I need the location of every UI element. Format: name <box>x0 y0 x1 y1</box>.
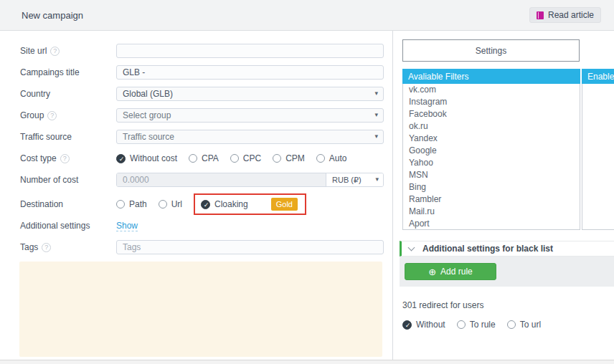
redirect-radio[interactable] <box>507 320 516 329</box>
cost-type-radio[interactable] <box>273 154 281 163</box>
cost-type-option: Without cost <box>116 153 177 163</box>
group-label-wrap: Group <box>20 110 116 120</box>
notes-placeholder-area <box>19 262 382 357</box>
filter-list-item[interactable]: MSN <box>403 169 580 181</box>
read-article-button[interactable]: Read article <box>529 7 601 23</box>
additional-settings-row: Additional settings Show <box>20 219 392 233</box>
filter-list-item[interactable]: Bing <box>403 181 580 193</box>
horizontal-scrollbar[interactable] <box>0 360 614 364</box>
filters-table: Avaliable Filters vk.com Instagram Faceb… <box>402 69 614 230</box>
traffic-source-row: Traffic source Traffic source <box>20 130 392 144</box>
site-url-input[interactable] <box>116 44 384 58</box>
plus-circle-icon <box>428 267 436 277</box>
available-filters-column: Avaliable Filters vk.com Instagram Faceb… <box>402 69 580 230</box>
cost-type-option: CPC <box>230 153 261 163</box>
cost-type-option-label: Without cost <box>130 153 177 163</box>
chevron-down-icon <box>374 133 378 140</box>
help-icon[interactable] <box>50 47 60 56</box>
redirect-option: Without <box>402 320 445 330</box>
chevron-down-icon <box>374 111 378 118</box>
tags-input[interactable] <box>116 240 384 254</box>
site-url-label-wrap: Site url <box>20 46 116 56</box>
cost-type-radio[interactable] <box>230 154 239 163</box>
filter-list-item[interactable]: Instagram <box>403 96 580 108</box>
new-campaign-page: New campaign Read article Site url Campa… <box>0 0 614 364</box>
enabled-column: Enabled <box>582 69 614 230</box>
group-select-value: Select group <box>123 110 171 120</box>
group-select[interactable]: Select group <box>116 108 384 123</box>
cloaking-highlight-box: Cloaking Gold <box>194 193 306 215</box>
destination-option-label: Path <box>129 199 147 209</box>
campaigns-title-input[interactable] <box>116 65 384 80</box>
group-label: Group <box>20 110 44 120</box>
add-rule-button[interactable]: Add rule <box>405 263 496 280</box>
currency-select-value: RUB (₽) <box>332 176 362 185</box>
redirect-radio[interactable] <box>457 320 466 329</box>
redirect-option-label: To url <box>520 320 541 330</box>
destination-option-label: Cloaking <box>214 199 248 209</box>
chevron-down-icon <box>408 244 415 252</box>
redirect-option-label: Without <box>416 320 445 330</box>
destination-option-label: Url <box>171 199 182 209</box>
cost-type-label-wrap: Cost type <box>20 153 116 163</box>
cost-type-radio[interactable] <box>189 154 197 163</box>
destination-radio-cloaking[interactable] <box>201 200 210 209</box>
cost-type-option-label: Auto <box>329 153 347 163</box>
campaigns-title-row: Campaings title <box>20 65 392 80</box>
filter-list-item[interactable]: Yahoo <box>403 157 580 169</box>
cost-type-option-label: CPM <box>285 153 305 163</box>
number-of-cost-input[interactable]: 0.0000 <box>117 173 326 186</box>
settings-panel: Settings Avaliable Filters vk.com Instag… <box>392 31 614 360</box>
redirect-title: 301 redirect for users <box>402 300 614 310</box>
filter-list-item[interactable]: Mail.ru <box>403 206 580 218</box>
country-select[interactable]: Global (GLB) <box>116 87 384 101</box>
filter-list-item[interactable]: Yandex <box>403 133 580 145</box>
redirect-option-label: To rule <box>470 320 496 330</box>
site-url-row: Site url <box>20 44 392 58</box>
redirect-option: To url <box>507 320 541 330</box>
redirect-radio[interactable] <box>402 320 412 330</box>
tags-row: Tags <box>20 240 392 254</box>
page-header: New campaign Read article <box>0 0 614 31</box>
filter-list-item[interactable]: Google <box>403 145 580 157</box>
filter-list-item[interactable]: Facebook <box>403 108 580 120</box>
show-link[interactable]: Show <box>116 221 138 231</box>
destination-options: Path Url Cloaking Gold <box>116 193 384 215</box>
help-icon[interactable] <box>42 243 51 252</box>
cost-type-radio[interactable] <box>116 154 126 163</box>
number-of-cost-group: 0.0000 RUB (₽) <box>116 173 384 187</box>
help-icon[interactable] <box>47 111 57 120</box>
help-icon[interactable] <box>60 154 70 163</box>
redirect-options: Without To rule To url <box>402 320 614 330</box>
cost-type-option: Auto <box>316 153 347 163</box>
filter-list-item[interactable]: Aport <box>403 218 580 230</box>
traffic-source-select-value: Traffic source <box>123 132 174 142</box>
filter-list-item[interactable]: Rambler <box>403 193 580 206</box>
enabled-header: Enabled <box>582 69 614 84</box>
destination-radio-url[interactable] <box>159 200 167 209</box>
group-row: Group Select group <box>20 108 392 123</box>
book-icon <box>537 11 544 19</box>
black-list-settings-toggle[interactable]: Additional settings for black list <box>400 241 614 257</box>
available-filters-header: Avaliable Filters <box>402 69 580 84</box>
add-rule-label: Add rule <box>440 267 473 277</box>
filter-list-item[interactable]: ok.ru <box>403 120 580 133</box>
destination-radio-path[interactable] <box>116 200 125 209</box>
cost-type-options: Without cost CPA CPC CPM <box>116 153 384 163</box>
cost-type-label: Cost type <box>20 153 57 163</box>
cost-type-option-label: CPC <box>243 153 261 163</box>
filter-list-item[interactable]: vk.com <box>403 84 580 96</box>
chevron-down-icon <box>375 176 379 183</box>
page-title: New campaign <box>22 10 83 21</box>
destination-option-path: Path <box>116 199 147 209</box>
tags-label-wrap: Tags <box>20 242 116 252</box>
traffic-source-select[interactable]: Traffic source <box>116 130 384 144</box>
cost-type-row: Cost type Without cost CPA <box>20 151 392 166</box>
cost-type-radio[interactable] <box>316 154 325 163</box>
currency-select[interactable]: RUB (₽) <box>326 173 383 186</box>
site-url-label: Site url <box>20 46 47 56</box>
tab-settings[interactable]: Settings <box>402 39 580 62</box>
number-of-cost-label: Number of cost <box>20 175 116 185</box>
enabled-list <box>582 84 614 230</box>
country-label: Country <box>20 89 116 99</box>
